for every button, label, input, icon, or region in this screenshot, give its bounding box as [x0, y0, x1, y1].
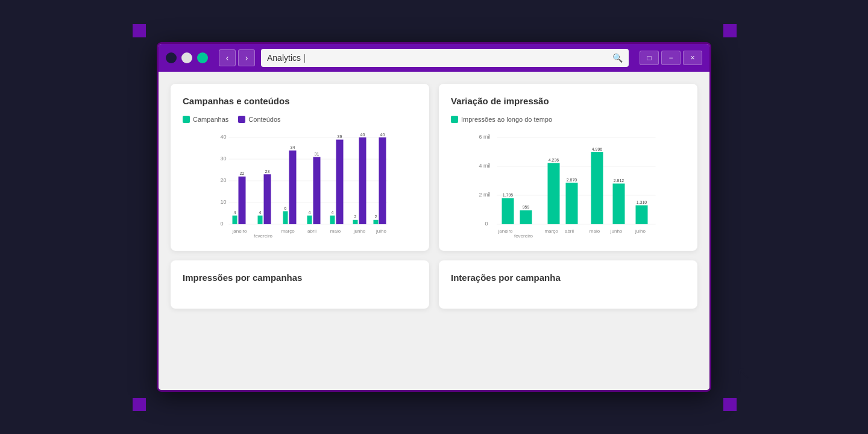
chart-campanhas: Campanhas e conteúdos Campanhas Conteúdo… — [171, 84, 429, 251]
back-button[interactable]: ‹ — [219, 49, 236, 66]
bar-jul-cont — [379, 137, 386, 224]
svg-text:maio: maio — [590, 228, 600, 234]
legend-impressoes: Impressões ao longo do tempo — [451, 116, 552, 123]
svg-text:31: 31 — [315, 152, 319, 156]
dot-3 — [197, 52, 208, 63]
browser-controls: □ − × — [640, 51, 702, 65]
svg-text:2.870: 2.870 — [567, 178, 577, 182]
svg-text:fevereiro: fevereiro — [254, 233, 273, 239]
svg-text:20: 20 — [221, 177, 227, 183]
dashboard-grid: Campanhas e conteúdos Campanhas Conteúdo… — [171, 84, 697, 309]
svg-text:2: 2 — [375, 215, 377, 219]
legend-label-conteudos: Conteúdos — [248, 116, 280, 123]
svg-text:40: 40 — [380, 133, 385, 137]
bar-imp-jan — [502, 198, 514, 224]
svg-text:4: 4 — [259, 210, 262, 215]
bar-jun-cont — [359, 137, 366, 224]
chart-variacao: Variação de impressão Impressões ao long… — [439, 84, 697, 251]
svg-text:959: 959 — [523, 205, 530, 209]
bar-apr-camp — [307, 216, 312, 224]
bar-jan-camp — [233, 216, 237, 224]
svg-text:março: março — [281, 228, 295, 234]
corner-bottom-left — [133, 398, 146, 411]
chart1-svg: 40 30 20 10 0 — [183, 130, 417, 239]
svg-text:julho: julho — [635, 228, 646, 234]
svg-text:maio: maio — [330, 228, 341, 234]
svg-text:34: 34 — [291, 145, 295, 149]
corner-top-right — [723, 24, 737, 37]
dot-1 — [166, 52, 177, 63]
address-bar[interactable]: Analytics | 🔍 — [261, 49, 629, 67]
svg-text:40: 40 — [360, 133, 365, 137]
svg-text:40: 40 — [221, 134, 227, 140]
search-icon: 🔍 — [612, 53, 623, 63]
svg-text:4: 4 — [309, 210, 311, 215]
bar-feb-camp — [258, 216, 263, 224]
svg-text:2: 2 — [354, 215, 357, 219]
bar-jan-cont — [239, 177, 246, 224]
svg-text:4.996: 4.996 — [592, 147, 603, 151]
close-button[interactable]: × — [683, 51, 702, 65]
bar-feb-cont — [264, 174, 271, 224]
svg-text:2.812: 2.812 — [614, 178, 624, 183]
svg-text:10: 10 — [221, 199, 227, 205]
svg-text:39: 39 — [338, 134, 342, 139]
bar-jul-camp — [374, 220, 379, 224]
chart2-title: Variação de impressão — [451, 96, 685, 106]
bar-imp-jul — [636, 206, 648, 224]
svg-text:janeiro: janeiro — [231, 228, 247, 234]
svg-text:0: 0 — [485, 221, 488, 227]
svg-text:junho: junho — [353, 228, 366, 234]
maximize-button[interactable]: □ — [640, 51, 659, 65]
svg-text:fevereiro: fevereiro — [514, 233, 533, 239]
svg-text:janeiro: janeiro — [497, 228, 513, 234]
browser-titlebar: ‹ › Analytics | 🔍 □ − × — [159, 44, 709, 72]
chart-interacoes: Interações por campanha — [439, 260, 697, 309]
svg-text:1.310: 1.310 — [637, 200, 647, 204]
svg-text:0: 0 — [221, 221, 224, 227]
chart4-title: Interações por campanha — [451, 272, 685, 283]
svg-text:22: 22 — [240, 171, 245, 175]
legend-dot-impressoes — [451, 116, 458, 123]
bar-mar-camp — [283, 211, 288, 224]
chart2-area: 6 mil 4 mil 2 mil 0 1. — [451, 130, 685, 239]
svg-text:4: 4 — [234, 210, 236, 215]
svg-text:abril: abril — [307, 228, 316, 234]
svg-text:30: 30 — [221, 156, 227, 162]
cursor-icon: ↖ — [737, 363, 750, 383]
bar-imp-jun — [613, 184, 625, 224]
svg-text:6 mil: 6 mil — [479, 134, 491, 140]
svg-text:4 mil: 4 mil — [479, 163, 491, 169]
chart1-area: 40 30 20 10 0 — [183, 130, 417, 239]
minimize-button[interactable]: − — [661, 51, 681, 65]
bar-imp-mar — [548, 163, 560, 224]
browser-nav: ‹ › — [219, 49, 255, 66]
svg-text:2 mil: 2 mil — [479, 192, 491, 198]
legend-dot-campanhas — [183, 116, 190, 123]
bar-jun-camp — [353, 220, 358, 224]
corner-top-left — [133, 24, 146, 37]
chart2-svg: 6 mil 4 mil 2 mil 0 1. — [451, 130, 685, 239]
chart1-title: Campanhas e conteúdos — [183, 96, 417, 106]
svg-text:junho: junho — [610, 228, 623, 234]
bar-apr-cont — [313, 157, 321, 224]
bar-may-cont — [336, 140, 344, 224]
legend-dot-conteudos — [238, 116, 245, 123]
chart-impressoes-camp: Impressões por campanhas — [171, 260, 429, 309]
bar-imp-apr — [566, 183, 578, 224]
svg-text:abril: abril — [565, 228, 574, 234]
chart3-title: Impressões por campanhas — [183, 272, 417, 283]
browser-window: ‹ › Analytics | 🔍 □ − × Campanhas e cont… — [157, 42, 711, 392]
address-text: Analytics | — [267, 53, 608, 63]
bar-may-camp — [330, 216, 335, 224]
legend-campanhas: Campanhas — [183, 116, 228, 123]
svg-text:março: março — [544, 228, 558, 234]
forward-button[interactable]: › — [238, 49, 255, 66]
legend-label-campanhas: Campanhas — [193, 116, 228, 123]
dot-2 — [181, 52, 192, 63]
legend-label-impressoes: Impressões ao longo do tempo — [461, 116, 552, 123]
legend-conteudos: Conteúdos — [238, 116, 280, 123]
corner-bottom-right — [723, 398, 737, 411]
chart1-legend: Campanhas Conteúdos — [183, 116, 417, 123]
browser-content: Campanhas e conteúdos Campanhas Conteúdo… — [159, 72, 709, 390]
